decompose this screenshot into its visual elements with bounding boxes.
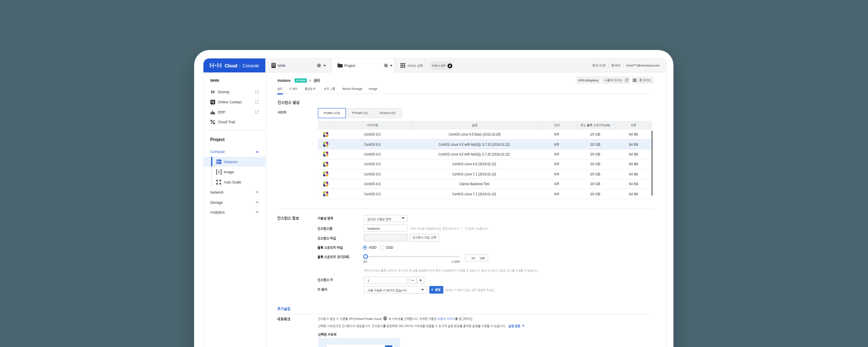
svg-text:?: ?: [384, 317, 386, 320]
instance-count-input[interactable]: 1: [364, 277, 408, 284]
section-divider: [277, 208, 653, 209]
project-selector-tab[interactable]: Project: [331, 58, 395, 73]
text: 의 서브넷을 선택합니다. 자세한 사항은: [388, 317, 437, 321]
service-select-button[interactable]: 서비스 선택: [395, 58, 429, 72]
sidebar-item-label: Cloud Trail: [218, 120, 235, 124]
quick-guide-button[interactable]: 퀵 가이드: [632, 76, 654, 84]
cell-lang: KR: [538, 139, 576, 149]
count-increase-button[interactable]: +: [417, 277, 425, 284]
region-label[interactable]: 한국 리전: [592, 64, 606, 68]
partner-center-button[interactable]: 파트너 센터: [429, 61, 454, 70]
tab-manage[interactable]: 관리: [277, 87, 284, 91]
settings-change-link[interactable]: 설정 변경: [508, 324, 520, 328]
sidebar-group-storage[interactable]: Storage: [203, 197, 266, 208]
image-tab-private[interactable]: Private (0): [346, 108, 374, 118]
table-row[interactable]: CentOS 6.5CentOS Linux 6.5 Base (2015.10…: [318, 130, 652, 139]
tab-security-group[interactable]: 보안 그룹: [324, 87, 337, 91]
user-guide-button[interactable]: 사용자 가이드: [602, 76, 630, 84]
label-text: 네트워크: [277, 316, 290, 322]
radio-ssd[interactable]: [380, 245, 384, 250]
instance-type-select-button[interactable]: 인스턴스 타입 선택: [410, 234, 439, 242]
user-guide-link[interactable]: 사용자 가이드: [437, 317, 455, 321]
tab-block-storage[interactable]: Block Storage: [342, 87, 362, 91]
sidebar-item-instance[interactable]: Instance: [203, 157, 266, 167]
tab-keypair[interactable]: 키 페어: [289, 87, 300, 91]
availability-select[interactable]: 임의의 가용성 영역: [364, 215, 408, 222]
block-size-slider-thumb[interactable]: [363, 254, 368, 259]
selected-subnet-panel: Default Network (192.168.0.0/24): [318, 338, 400, 347]
tab-label: 관리: [277, 87, 282, 91]
table-row[interactable]: CentOS 6.5Glance Backend TestKR20 GB64 B…: [318, 179, 652, 189]
plus-icon: +: [419, 278, 422, 283]
sidebar-group-analytics[interactable]: Analytics: [203, 207, 266, 217]
org-settings-icon[interactable]: [317, 63, 321, 68]
sidebar-item-label: ERP: [218, 110, 225, 114]
column-label: 이미지명: [367, 123, 378, 128]
tab-image[interactable]: Image: [369, 87, 378, 91]
cell-bit: 64 Bit: [615, 130, 653, 139]
external-link-icon: [255, 110, 259, 114]
table-row[interactable]: CentOS 6.5CentOS Linux 6.5 (2018.02.22)K…: [318, 159, 652, 169]
tab-label: Block Storage: [342, 87, 362, 91]
project-caret-icon[interactable]: [390, 65, 392, 67]
project-folder-icon: [337, 63, 343, 68]
chevron-down-icon: [421, 289, 424, 291]
dooray-icon: D!: [210, 89, 216, 95]
sidebar-group-network[interactable]: Network: [203, 187, 266, 197]
cell-desc: CentOS Linux 6.5 Base (2015.10.29): [411, 130, 538, 139]
block-size-input[interactable]: 20 GB: [465, 254, 488, 262]
page-title: Instance: [278, 78, 290, 83]
block-size-label: 블록 스토리지 크기(GB): [317, 255, 356, 260]
sidebar-item-dooray[interactable]: D! Dooray: [203, 87, 266, 97]
button-label: 생성: [435, 287, 441, 292]
image-icon: [216, 169, 222, 175]
sidebar-item-erp[interactable]: ERP: [203, 107, 266, 117]
org-caret-icon[interactable]: [323, 65, 326, 67]
group-label: Network: [210, 190, 223, 194]
unit-label: GB: [480, 256, 485, 260]
plus-icon: +: [431, 288, 433, 292]
question-circle-icon[interactable]: ?: [383, 316, 387, 321]
sidebar-item-cloud-trail[interactable]: Cloud Trail: [203, 117, 266, 127]
sidebar-item-online-contact[interactable]: Online Contact: [203, 97, 266, 107]
button-label: 퀵 가이드: [639, 78, 651, 83]
cell-storage: 20 GB: [576, 130, 615, 139]
extra-settings-link[interactable]: 추가설정: [277, 306, 293, 312]
tab-floating-ip[interactable]: 플로팅 IP: [305, 87, 318, 91]
block-size-slider-track[interactable]: [365, 256, 460, 257]
count-decrease-button[interactable]: −: [409, 277, 417, 284]
keypair-create-button[interactable]: + 생성: [429, 286, 444, 294]
nhn-logo-icon: [210, 63, 223, 68]
external-link-icon: [625, 78, 629, 82]
brand-logo[interactable]: Cloud | Console: [203, 58, 265, 72]
radio-hdd[interactable]: [363, 245, 367, 250]
table-row[interactable]: CentOS 6.5CentOS Linux 7.1 (2018.01.15)K…: [318, 189, 652, 199]
sidebar-item-auto-scale[interactable]: Auto Scale: [203, 177, 266, 187]
table-row[interactable]: CentOS 6.5CentOS Linux 7.1 (2018.02.22)K…: [318, 169, 652, 179]
account-email[interactable]: nhncl***@nhncloud.com: [626, 64, 659, 67]
sidebar-item-label: Instance: [224, 160, 237, 164]
language-label[interactable]: 한국어: [611, 64, 620, 68]
project-settings-icon[interactable]: [384, 63, 388, 68]
section-title-info: 인스턴스 정보: [277, 215, 304, 221]
chevron-down-icon: [256, 202, 259, 203]
sidebar-group-compute[interactable]: Compute: [203, 147, 266, 157]
label-text: 선택된 서브넷: [318, 332, 337, 337]
radio-hdd-label: HDD: [369, 245, 376, 250]
keypair-select[interactable]: 사용 가능한 키 페어가 없습니다.: [364, 286, 427, 294]
instance-name-input[interactable]: instance: [364, 225, 408, 232]
table-row[interactable]: CentOS 6.5CentOS Linux 6.5 with MySQL 5.…: [318, 139, 652, 149]
instance-type-input[interactable]: [364, 234, 408, 242]
account-bar: 한국 리전 한국어 nhncl***@nhncloud.com: [592, 58, 659, 72]
sidebar-item-image[interactable]: Image: [203, 167, 266, 177]
image-tab-public[interactable]: Public (13): [318, 108, 346, 118]
image-tab-shared[interactable]: Shared (0): [373, 108, 402, 118]
url-appkey-button[interactable]: URL&Appkey: [576, 76, 601, 84]
org-selector-tab[interactable]: NHN: [265, 58, 331, 72]
column-description: 설명: [411, 121, 538, 130]
table-scrollbar[interactable]: [651, 130, 653, 196]
service-select-label: 서비스 선택: [407, 64, 423, 69]
subnet-action-button[interactable]: [385, 345, 392, 347]
divider: [608, 64, 609, 67]
table-row[interactable]: CentOS 6.5CentOS Linux 6.5 with MySQL 5.…: [318, 150, 652, 159]
